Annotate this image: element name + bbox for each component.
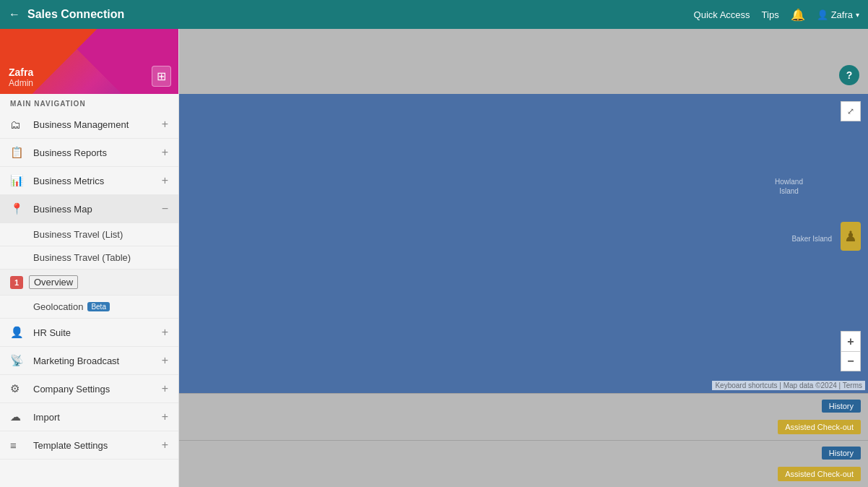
history-button-1[interactable]: History	[822, 400, 861, 413]
collapse-icon-business-map: −	[162, 202, 168, 215]
map-person-icon[interactable]: ♟	[841, 222, 861, 251]
map-container[interactable]: HowlandIsland Baker Island ⤢ ♟ + − Keybo…	[179, 94, 868, 393]
nav-label-hr-suite: HR Suite	[33, 327, 162, 338]
chevron-down-icon: ▾	[856, 11, 859, 19]
import-icon: ☁	[10, 410, 26, 423]
overview-badge: 1	[10, 276, 23, 289]
user-name: Zafra	[831, 9, 853, 20]
template-icon: ≡	[10, 439, 26, 452]
expand-icon-business-reports: +	[162, 146, 168, 159]
bell-icon[interactable]: 🔔	[791, 8, 805, 22]
nav-label-business-map: Business Map	[33, 204, 162, 215]
sidebar-item-business-reports[interactable]: 📋 Business Reports +	[0, 139, 178, 167]
map-zoom-controls: + −	[841, 331, 861, 371]
nav-label-business-reports: Business Reports	[33, 147, 162, 158]
map-attribution: Keyboard shortcuts | Map data ©2024 | Te…	[712, 381, 865, 390]
main-content: ? HowlandIsland Baker Island ⤢ ♟ + − Key…	[179, 29, 868, 487]
sidebar-item-business-metrics[interactable]: 📊 Business Metrics +	[0, 167, 178, 195]
quick-access-button[interactable]: Quick Access	[694, 9, 750, 20]
subitem-label-travel-list: Business Travel (List)	[33, 229, 123, 240]
map-zoom-out-button[interactable]: −	[841, 351, 861, 371]
chart-icon: 📋	[10, 146, 26, 159]
header: ← Sales Connection Quick Access Tips 🔔 👤…	[0, 0, 868, 29]
sidebar-user-area: Zafra Admin ⊞	[0, 29, 178, 94]
bottom-panels: History Assisted Check-out History Assis…	[179, 393, 868, 487]
expand-icon-hr-suite: +	[162, 326, 168, 339]
map-zoom-in-button[interactable]: +	[841, 331, 861, 351]
header-right: Quick Access Tips 🔔 👤 Zafra ▾	[694, 8, 859, 22]
sidebar-item-company-settings[interactable]: ⚙ Company Settings +	[0, 375, 178, 403]
nav-label-import: Import	[33, 412, 162, 423]
sidebar-item-hr-suite[interactable]: 👤 HR Suite +	[0, 319, 178, 347]
nav-label-template-settings: Template Settings	[33, 440, 162, 451]
layout: Zafra Admin ⊞ MAIN NAVIGATION 🗂 Business…	[0, 29, 868, 487]
content-top-bar: ?	[179, 29, 868, 94]
nav-label-marketing-broadcast: Marketing Broadcast	[33, 355, 162, 366]
logout-button[interactable]: ⊞	[152, 66, 171, 87]
expand-icon-marketing-broadcast: +	[162, 354, 168, 367]
back-button[interactable]: ←	[9, 8, 20, 21]
geolocation-label: Geolocation	[33, 301, 83, 312]
sidebar-item-business-management[interactable]: 🗂 Business Management +	[0, 111, 178, 139]
app-title: Sales Connection	[27, 8, 124, 21]
checkout-button-1[interactable]: Assisted Check-out	[778, 420, 861, 434]
map-label-baker: Baker Island	[791, 235, 832, 243]
map-expand-button[interactable]: ⤢	[841, 101, 861, 121]
sidebar-subitem-business-travel-list[interactable]: Business Travel (List)	[0, 223, 178, 246]
sidebar-subitem-business-travel-table[interactable]: Business Travel (Table)	[0, 246, 178, 270]
hr-icon: 👤	[10, 326, 26, 339]
beta-badge: Beta	[87, 302, 110, 311]
sidebar-user-info: Zafra Admin	[9, 66, 33, 88]
expand-icon-business-management: +	[162, 118, 168, 131]
expand-icon-company-settings: +	[162, 382, 168, 395]
help-button[interactable]: ?	[839, 65, 859, 85]
sidebar-subitem-geolocation[interactable]: Geolocation Beta	[0, 296, 178, 319]
overview-label: Overview	[29, 275, 78, 289]
broadcast-icon: 📡	[10, 354, 26, 367]
sidebar-subitem-overview[interactable]: 1 Overview	[0, 270, 178, 296]
history-button-2[interactable]: History	[822, 447, 861, 460]
sidebar-item-business-map[interactable]: 📍 Business Map −	[0, 195, 178, 223]
user-menu[interactable]: 👤 Zafra ▾	[817, 9, 859, 20]
nav-label-business-metrics: Business Metrics	[33, 176, 162, 186]
map-label-howland: HowlandIsland	[775, 177, 803, 196]
bottom-panel-1: History Assisted Check-out	[179, 393, 868, 440]
tips-button[interactable]: Tips	[762, 9, 779, 20]
subitem-label-travel-table: Business Travel (Table)	[33, 252, 131, 263]
sidebar-user-role: Admin	[9, 78, 33, 88]
expand-icon-import: +	[162, 410, 168, 423]
expand-icon-template-settings: +	[162, 439, 168, 452]
sidebar-item-marketing-broadcast[interactable]: 📡 Marketing Broadcast +	[0, 347, 178, 375]
map-icon: 📍	[10, 202, 26, 215]
sidebar-item-template-settings[interactable]: ≡ Template Settings +	[0, 431, 178, 460]
header-left: ← Sales Connection	[9, 8, 694, 21]
nav-label-business-management: Business Management	[33, 119, 162, 130]
settings-icon: ⚙	[10, 382, 26, 395]
briefcase-icon: 🗂	[10, 118, 26, 131]
nav-section-label: MAIN NAVIGATION	[0, 94, 178, 111]
user-avatar-icon: 👤	[817, 9, 828, 20]
sidebar-item-import[interactable]: ☁ Import +	[0, 403, 178, 431]
sidebar: Zafra Admin ⊞ MAIN NAVIGATION 🗂 Business…	[0, 29, 179, 487]
nav-label-company-settings: Company Settings	[33, 384, 162, 395]
expand-icon-business-metrics: +	[162, 174, 168, 187]
checkout-button-2[interactable]: Assisted Check-out	[778, 467, 861, 481]
bottom-panel-2: History Assisted Check-out	[179, 440, 868, 487]
metrics-icon: 📊	[10, 174, 26, 187]
sidebar-user-name: Zafra	[9, 66, 33, 78]
